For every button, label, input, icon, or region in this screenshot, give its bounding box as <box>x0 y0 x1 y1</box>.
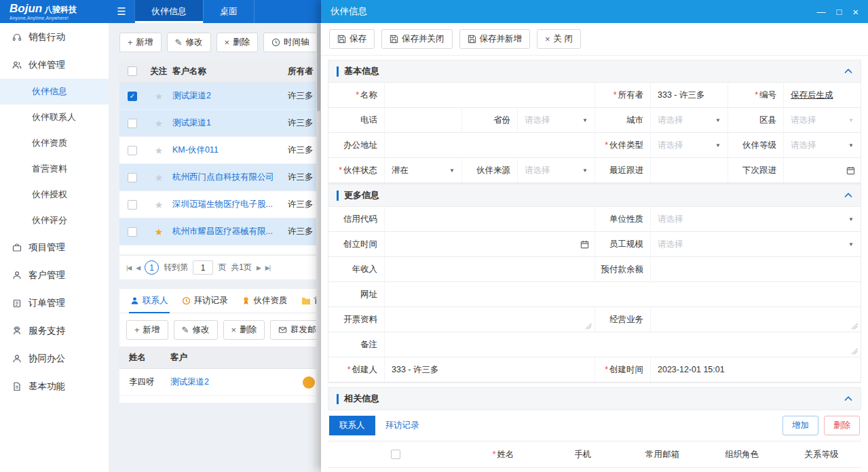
calendar-icon[interactable] <box>846 166 855 175</box>
contact-customer-link[interactable]: 测试渠道2 <box>170 376 303 388</box>
customer-name-link[interactable]: KM-伙伴011 <box>172 144 288 156</box>
star-icon[interactable]: ★ <box>145 172 172 183</box>
menu-toggle-icon[interactable]: ☰ <box>109 0 134 23</box>
credit-code-input[interactable] <box>384 207 595 231</box>
customer-name-link[interactable]: 测试渠道2 <box>172 90 288 102</box>
edit-button[interactable]: ✎修改 <box>167 33 211 52</box>
sidebar-item-partner-score[interactable]: 伙伴评分 <box>0 208 109 233</box>
customer-name-link[interactable]: 测试渠道1 <box>172 117 288 129</box>
phone-input[interactable] <box>384 108 461 132</box>
website-label: 网址 <box>328 282 384 307</box>
sidebar-item-partner-management[interactable]: 伙伴管理 <box>0 51 109 79</box>
owner-field[interactable]: 333 - 许三多 <box>650 83 728 107</box>
related-add-button[interactable]: 增加 <box>782 416 818 435</box>
sidebar-item-partner-info[interactable]: 伙伴信息 <box>0 79 109 104</box>
save-button[interactable]: 保存 <box>329 29 375 49</box>
row-checkbox[interactable] <box>128 173 137 182</box>
calendar-icon[interactable] <box>580 240 589 249</box>
row-checkbox[interactable] <box>128 119 137 128</box>
resize-handle-icon[interactable] <box>852 323 858 330</box>
close-icon[interactable]: × <box>852 6 858 18</box>
related-column-mobile: 手机 <box>543 449 622 460</box>
partner-source-select[interactable]: 请选择▼ <box>517 158 595 182</box>
timeline-button[interactable]: 时间轴 <box>263 33 318 52</box>
next-follow-date-input[interactable] <box>783 158 861 182</box>
resize-handle-icon[interactable] <box>586 323 592 330</box>
chevron-up-icon[interactable] <box>844 68 852 74</box>
chevron-up-icon[interactable] <box>844 193 852 198</box>
province-select[interactable]: 请选择▼ <box>517 108 595 132</box>
partner-level-select[interactable]: 请选择▼ <box>783 133 861 157</box>
star-icon[interactable]: ★ <box>145 227 172 237</box>
unit-nature-select[interactable]: 请选择▼ <box>650 207 861 231</box>
address-input[interactable] <box>384 133 595 157</box>
sidebar-item-first-sales-data[interactable]: 首营资料 <box>0 156 109 182</box>
row-checkbox[interactable] <box>128 227 137 237</box>
top-tab-desktop[interactable]: 桌面 <box>203 0 254 23</box>
sidebar-item-basic-functions[interactable]: 基本功能 <box>0 372 109 400</box>
code-value[interactable]: 保存后生成 <box>791 90 833 101</box>
save-new-button[interactable]: 保存并新增 <box>459 29 531 49</box>
prev-page-icon[interactable]: ◀ <box>136 264 140 271</box>
sidebar-item-project-management[interactable]: 项目管理 <box>0 233 109 261</box>
sidebar-item-collaboration[interactable]: 协同办公 <box>0 345 109 372</box>
customer-name-link[interactable]: 杭州西门点自科技有限公司 <box>172 172 288 183</box>
contact-edit-button[interactable]: ✎修改 <box>174 320 218 340</box>
related-delete-button[interactable]: 删除 <box>824 416 860 435</box>
founded-date-input[interactable] <box>384 232 595 256</box>
contact-add-button[interactable]: +新增 <box>126 320 168 340</box>
chevron-up-icon[interactable] <box>844 396 852 401</box>
delete-button[interactable]: ×删除 <box>216 33 259 52</box>
contact-delete-button[interactable]: ×删除 <box>223 320 265 340</box>
sidebar-item-partner-contacts[interactable]: 伙伴联系人 <box>0 104 109 130</box>
first-page-icon[interactable]: |◀ <box>126 264 131 271</box>
star-icon[interactable]: ★ <box>145 145 172 156</box>
sidebar-item-partner-authorization[interactable]: 伙伴授权 <box>0 182 109 208</box>
partner-status-select[interactable]: 潜在▼ <box>384 158 461 182</box>
related-select-all-checkbox[interactable] <box>391 450 400 459</box>
select-all-checkbox[interactable] <box>128 66 137 76</box>
sidebar-item-service-support[interactable]: 服务支持 <box>0 317 109 345</box>
minimize-icon[interactable]: — <box>816 7 825 17</box>
top-tab-partner-info[interactable]: 伙伴信息 <box>134 0 203 23</box>
maximize-icon[interactable]: □ <box>836 7 842 17</box>
row-checkbox[interactable] <box>128 92 137 101</box>
star-icon[interactable]: ★ <box>145 91 172 102</box>
scrollbar-thumb[interactable] <box>317 23 320 111</box>
tab-contacts[interactable]: 联系人 <box>124 289 175 313</box>
sidebar-item-sales-action[interactable]: 销售行动 <box>0 23 109 51</box>
close-button[interactable]: × 关 闭 <box>537 29 581 49</box>
scrollbar[interactable] <box>316 23 321 472</box>
staff-size-select[interactable]: 请选择▼ <box>650 232 861 256</box>
last-page-icon[interactable]: ▶| <box>265 264 270 271</box>
customer-name-link[interactable]: 深圳迈瑞生物医疗电子股... <box>172 199 288 210</box>
customer-name-link[interactable]: 杭州市耀昌医疗器械有限... <box>172 226 288 237</box>
related-tab-contacts[interactable]: 联系人 <box>329 416 375 435</box>
save-close-button[interactable]: 保存并关闭 <box>381 29 453 49</box>
next-page-icon[interactable]: ▶ <box>257 264 261 271</box>
website-input[interactable] <box>384 282 861 307</box>
name-input[interactable] <box>384 83 595 107</box>
goto-page-input[interactable] <box>193 260 213 275</box>
tab-partner-qualification[interactable]: 伙伴资质 <box>235 289 295 313</box>
row-checkbox[interactable] <box>128 146 137 155</box>
partner-type-select[interactable]: 请选择▼ <box>650 133 728 157</box>
invoice-textarea[interactable] <box>384 307 595 332</box>
add-button[interactable]: +新增 <box>119 33 162 52</box>
current-page-button[interactable]: 1 <box>145 260 159 275</box>
sidebar-item-order-management[interactable]: 订单管理 <box>0 289 109 317</box>
sidebar-item-partner-qualification[interactable]: 伙伴资质 <box>0 130 109 156</box>
business-textarea[interactable] <box>650 307 861 332</box>
star-icon[interactable]: ★ <box>145 199 172 210</box>
city-select[interactable]: 请选择▼ <box>650 108 728 132</box>
related-tab-visits[interactable]: 拜访记录 <box>375 416 430 435</box>
remark-textarea[interactable] <box>384 332 861 357</box>
last-follow-field[interactable] <box>650 158 728 182</box>
tab-visit-records[interactable]: 拜访记录 <box>175 289 235 313</box>
star-icon[interactable]: ★ <box>145 118 172 129</box>
sidebar-item-customer-management[interactable]: 客户管理 <box>0 261 109 289</box>
row-checkbox[interactable] <box>128 200 137 210</box>
annual-income-input[interactable] <box>384 257 595 281</box>
resize-handle-icon[interactable] <box>852 349 858 355</box>
select-placeholder: 请选择 <box>525 115 550 126</box>
